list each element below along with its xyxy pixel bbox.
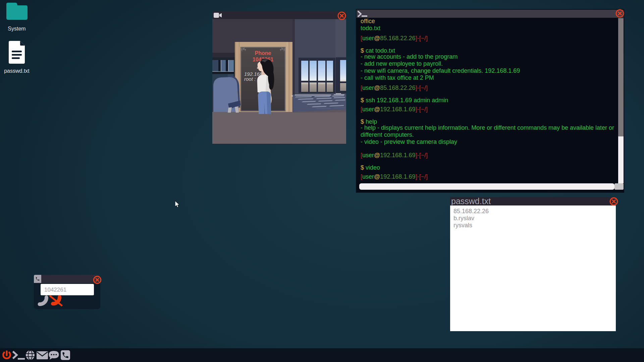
svg-text:Phone: Phone xyxy=(255,50,271,56)
